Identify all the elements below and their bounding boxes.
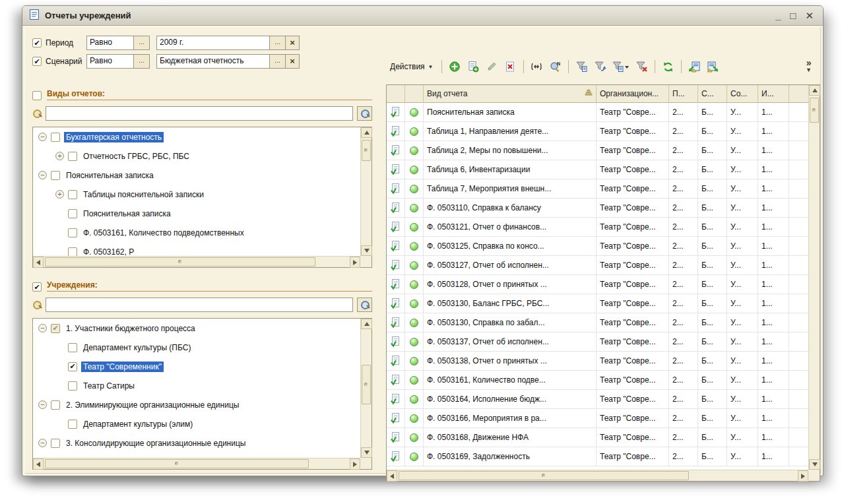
filter-settings-icon[interactable] (611, 59, 631, 75)
scroll-down-button[interactable] (361, 245, 372, 256)
refresh-icon[interactable] (661, 59, 676, 75)
maximize-button[interactable]: □ (790, 11, 796, 20)
table-row[interactable]: Ф. 0503110, Справка к балансуТеатр "Совр… (387, 199, 808, 218)
institution-tree-item[interactable]: −2. Элиминирующие организационные единиц… (33, 395, 360, 414)
institution-tree-item[interactable]: ✔Театр "Современник" (33, 357, 360, 376)
checkbox[interactable] (68, 152, 77, 161)
expand-node-icon[interactable]: + (55, 190, 64, 199)
find-by-number-icon[interactable]: N (548, 59, 563, 75)
hscroll-thumb[interactable] (45, 257, 315, 267)
collapse-node-icon[interactable]: − (38, 439, 47, 447)
vscroll-thumb[interactable] (362, 140, 371, 161)
institutions-search-button[interactable] (357, 298, 372, 312)
table-row[interactable]: Таблица 7, Мероприятия внешн...Театр "Со… (387, 179, 808, 199)
header-status-column[interactable] (405, 85, 424, 102)
report-types-tree-hscrollbar[interactable] (33, 256, 360, 267)
report-types-search-button[interactable] (357, 106, 372, 121)
table-row[interactable]: Ф. 0503130, Справка по забал...Театр "Со… (387, 313, 808, 332)
scroll-right-button[interactable] (350, 458, 360, 470)
close-button[interactable]: ✕ (805, 11, 814, 20)
period-condition-picker-button[interactable]: ... (134, 36, 150, 50)
filter-clear-icon[interactable] (634, 59, 649, 75)
institutions-checkbox[interactable]: ✔ (32, 282, 42, 292)
scenario-value-field[interactable]: Бюджетная отчетность (156, 54, 270, 69)
scenario-value-picker-button[interactable]: ... (270, 54, 286, 69)
checkbox[interactable] (51, 400, 60, 410)
table-row[interactable]: Ф. 0503125, Справка по консо...Театр "Со… (387, 237, 808, 256)
scenario-condition-field[interactable]: Равно (86, 54, 134, 69)
expand-node-icon[interactable]: + (55, 152, 64, 160)
scroll-left-button[interactable] (387, 470, 397, 482)
checkbox[interactable]: ✔ (51, 324, 60, 333)
scroll-down-button[interactable] (361, 447, 372, 458)
table-row[interactable]: Ф. 0503168, Движение НФАТеатр "Совре...2… (387, 428, 808, 447)
table-hscrollbar[interactable] (387, 470, 808, 481)
collapse-node-icon[interactable]: − (38, 171, 47, 179)
add-copy-icon[interactable] (466, 59, 481, 75)
set-interval-icon[interactable] (529, 59, 544, 75)
scroll-left-button[interactable] (33, 257, 44, 268)
collapse-rows-icon[interactable] (687, 59, 702, 75)
header-report-type[interactable]: Вид отчета (424, 85, 597, 102)
table-row[interactable]: Ф. 0503128, Отчет о принятых ...Театр "С… (387, 275, 808, 294)
table-row[interactable]: Ф. 0503121, Отчет о финансов...Театр "Со… (387, 218, 808, 237)
titlebar[interactable]: Отчеты учреждений _ □ ✕ (22, 6, 823, 26)
institutions-tree-hscrollbar[interactable] (33, 458, 360, 469)
header-scenario[interactable]: С... (698, 85, 727, 102)
institution-tree-item[interactable]: −✔1. Участники бюджетного процесса (33, 319, 360, 338)
edit-icon[interactable] (484, 59, 500, 75)
scenario-checkbox[interactable]: ✔ (32, 57, 42, 66)
checkbox[interactable] (68, 190, 77, 199)
table-row[interactable]: Таблица 2, Меры по повышени...Театр "Сов… (387, 141, 808, 160)
checkbox[interactable] (68, 381, 77, 391)
checkbox[interactable] (68, 209, 77, 218)
report-type-tree-item[interactable]: −Бухгалтерская отчетность (33, 127, 360, 146)
hscroll-thumb[interactable] (399, 471, 689, 480)
checkbox[interactable]: ✔ (68, 362, 77, 371)
hscroll-thumb[interactable] (45, 459, 309, 468)
period-clear-button[interactable]: × (286, 36, 300, 50)
institution-tree-item[interactable]: Театр Сатиры (33, 376, 360, 395)
report-type-tree-item[interactable]: Ф. 0503161, Количество подведомственных (33, 223, 360, 242)
collapse-node-icon[interactable]: − (38, 400, 47, 409)
scroll-up-button[interactable] (809, 85, 820, 96)
vscroll-thumb[interactable] (810, 98, 819, 123)
minimize-button[interactable]: _ (775, 11, 781, 20)
report-types-checkbox[interactable] (32, 91, 42, 100)
collapse-node-icon[interactable]: − (38, 133, 47, 141)
checkbox[interactable] (68, 228, 77, 237)
checkbox[interactable] (68, 420, 77, 429)
institution-tree-item[interactable]: −3. Консолидирующие организационные един… (33, 433, 360, 453)
table-row[interactable]: Ф. 0503138, Отчет о принятых ...Театр "С… (387, 352, 808, 371)
scroll-right-button[interactable] (798, 470, 808, 482)
table-row[interactable]: Ф. 0503127, Отчет об исполнен...Театр "С… (387, 256, 808, 275)
checkbox[interactable] (68, 247, 77, 257)
add-icon[interactable] (447, 59, 463, 75)
collapse-node-icon[interactable]: − (38, 324, 47, 332)
scroll-down-button[interactable] (809, 459, 820, 470)
delete-icon[interactable] (503, 59, 518, 75)
period-checkbox[interactable]: ✔ (32, 38, 42, 47)
header-icon-column[interactable] (387, 85, 405, 102)
checkbox[interactable] (51, 171, 60, 180)
report-type-tree-item[interactable]: Ф. 0503162, Р (33, 242, 360, 256)
checkbox[interactable] (51, 133, 60, 142)
report-types-tree-vscrollbar[interactable] (360, 127, 372, 256)
table-row[interactable]: Ф. 0503169, ЗадолженностьТеатр "Совре...… (387, 447, 808, 466)
institutions-search-input[interactable] (46, 298, 353, 312)
table-vscrollbar[interactable] (808, 85, 820, 470)
table-row[interactable]: Таблица 6, ИнвентаризацииТеатр "Совре...… (387, 160, 808, 179)
period-condition-field[interactable]: Равно (86, 36, 134, 50)
scenario-condition-picker-button[interactable]: ... (134, 54, 150, 69)
table-row[interactable]: Ф. 0503137, Отчет об исполнен...Театр "С… (387, 332, 808, 352)
scroll-left-button[interactable] (33, 458, 44, 470)
actions-button[interactable]: Действия▼ (387, 60, 436, 73)
table-row[interactable]: Таблица 1, Направления деяте...Театр "Со… (387, 122, 808, 141)
checkbox[interactable] (51, 439, 60, 448)
table-row[interactable]: Ф. 0503166, Мероприятия в ра...Театр "Со… (387, 409, 808, 428)
header-organization[interactable]: Организацион... (597, 85, 669, 102)
period-value-field[interactable]: 2009 г. (156, 36, 270, 50)
report-type-tree-item[interactable]: +Отчетность ГРБС, РБС, ПБС (33, 146, 360, 166)
toolbar-overflow-button[interactable]: » ▼ (806, 59, 812, 74)
institution-tree-item[interactable]: Департамент культуры (ПБС) (33, 338, 360, 357)
